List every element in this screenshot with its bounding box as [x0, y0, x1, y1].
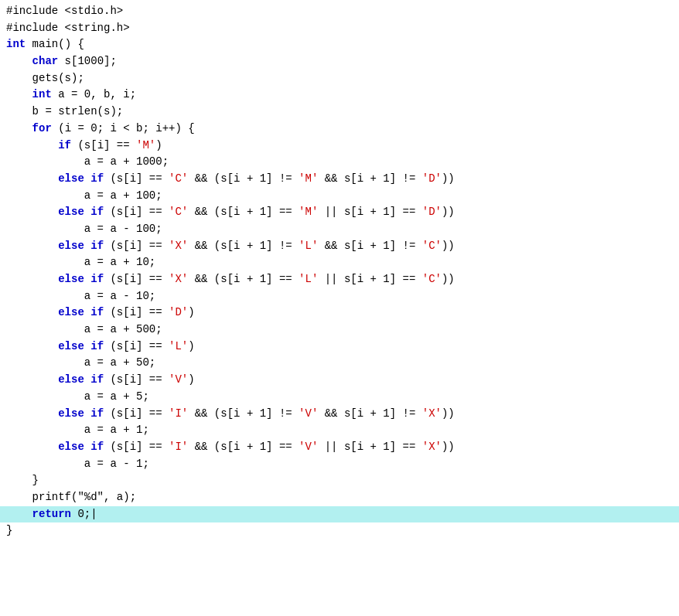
code-line: else if (s[i] == 'I' && (s[i + 1] == 'V'…	[0, 439, 679, 456]
code-token: ))	[442, 204, 455, 221]
code-token: 'C'	[169, 204, 188, 221]
code-line: a = a + 1000;	[0, 154, 679, 171]
code-token: 'D'	[422, 204, 442, 221]
code-token: (s[i] ==	[104, 271, 169, 288]
code-token	[6, 305, 58, 322]
code-token: )	[155, 138, 162, 155]
code-token: && s[i + 1] !=	[318, 171, 421, 188]
code-line: a = a + 100;	[0, 188, 679, 205]
code-token: gets(s);	[6, 70, 84, 87]
code-token: else if	[58, 339, 104, 356]
code-token: (s[i] ==	[104, 439, 169, 456]
code-token: 'X'	[169, 271, 188, 288]
code-token: 'L'	[299, 271, 318, 288]
code-token: #include <string.h>	[6, 20, 130, 37]
code-token: 'L'	[169, 339, 188, 356]
code-token: 'V'	[299, 439, 318, 456]
code-line: int main() {	[0, 36, 679, 53]
code-token: (s[i] ==	[104, 406, 169, 423]
code-token: 'D'	[422, 171, 442, 188]
code-token: }	[6, 522, 12, 539]
code-token: a = 0, b, i;	[52, 87, 136, 104]
code-token: && s[i + 1] !=	[318, 238, 421, 255]
code-token: 'C'	[422, 271, 442, 288]
code-token	[6, 138, 58, 155]
code-token: && (s[i + 1] ==	[188, 439, 299, 456]
code-token: ))	[442, 238, 455, 255]
code-token: )	[188, 339, 194, 356]
code-line: else if (s[i] == 'V')	[0, 372, 679, 389]
code-token: main() {	[26, 36, 84, 53]
code-line: return 0;|	[0, 506, 679, 523]
code-token: (s[i] ==	[104, 372, 169, 389]
code-line: printf("%d", a);	[0, 489, 679, 506]
code-token: (s[i] ==	[104, 305, 169, 322]
code-token: 'X'	[422, 406, 442, 423]
code-token: || s[i + 1] ==	[318, 271, 421, 288]
code-token: a = a + 50;	[6, 355, 155, 372]
code-token: && s[i + 1] !=	[318, 406, 421, 423]
code-line: if (s[i] == 'M')	[0, 138, 679, 155]
code-token: ))	[442, 271, 455, 288]
code-token	[6, 271, 58, 288]
code-token: 'I'	[169, 406, 188, 423]
code-token: s[1000];	[58, 53, 117, 70]
code-line: #include <stdio.h>	[0, 3, 679, 20]
code-token: (s[i] ==	[71, 138, 136, 155]
code-token: ))	[442, 171, 455, 188]
code-line: else if (s[i] == 'C' && (s[i + 1] == 'M'…	[0, 204, 679, 221]
code-line: #include <string.h>	[0, 20, 679, 37]
code-token: (s[i] ==	[104, 171, 169, 188]
code-token: a = a + 100;	[6, 188, 162, 205]
code-token: (s[i] ==	[104, 204, 169, 221]
code-token: 'M'	[299, 171, 318, 188]
code-token: a = a + 1;	[6, 422, 149, 439]
code-line: else if (s[i] == 'I' && (s[i + 1] != 'V'…	[0, 406, 679, 423]
code-token: 'V'	[169, 372, 188, 389]
code-token: return	[32, 506, 71, 523]
code-token: 0;	[71, 506, 90, 523]
code-token: a = a + 1000;	[6, 154, 169, 171]
code-line: a = a + 50;	[0, 355, 679, 372]
code-token: else if	[58, 305, 104, 322]
code-line: else if (s[i] == 'D')	[0, 305, 679, 322]
code-line: for (i = 0; i < b; i++) {	[0, 121, 679, 138]
code-line: else if (s[i] == 'X' && (s[i + 1] != 'L'…	[0, 238, 679, 255]
code-line: a = a - 100;	[0, 221, 679, 238]
code-token: int	[32, 87, 52, 104]
code-token	[6, 372, 58, 389]
code-token	[6, 406, 58, 423]
code-token	[6, 87, 32, 104]
code-token: else if	[58, 271, 104, 288]
code-token: else if	[58, 238, 104, 255]
code-editor: #include <stdio.h>#include <string.h>int…	[0, 0, 679, 616]
code-token: int	[6, 36, 26, 53]
code-token: for	[32, 121, 52, 138]
code-line: a = a + 500;	[0, 322, 679, 339]
code-token: ))	[442, 406, 455, 423]
code-token: 'V'	[299, 406, 318, 423]
code-token: )	[188, 305, 194, 322]
code-token: b = strlen(s);	[6, 104, 123, 121]
code-line: a = a - 1;	[0, 456, 679, 473]
code-token: )	[188, 372, 194, 389]
code-token: 'L'	[299, 238, 318, 255]
code-token	[6, 439, 58, 456]
code-token: && (s[i + 1] !=	[188, 406, 299, 423]
code-token: 'M'	[136, 138, 155, 155]
code-token	[6, 171, 58, 188]
code-token	[6, 339, 58, 356]
code-token: #include <stdio.h>	[6, 3, 123, 20]
code-token: char	[32, 53, 59, 70]
code-token: a = a + 500;	[6, 322, 162, 339]
code-token: else if	[58, 171, 104, 188]
code-token: a = a + 5;	[6, 389, 149, 406]
code-token: if	[58, 138, 71, 155]
code-token: a = a + 10;	[6, 254, 155, 271]
code-line: a = a + 1;	[0, 422, 679, 439]
code-token: else if	[58, 439, 104, 456]
code-line: gets(s);	[0, 70, 679, 87]
code-token: a = a - 100;	[6, 221, 162, 238]
code-line: }	[0, 472, 679, 489]
code-line: else if (s[i] == 'X' && (s[i + 1] == 'L'…	[0, 271, 679, 288]
